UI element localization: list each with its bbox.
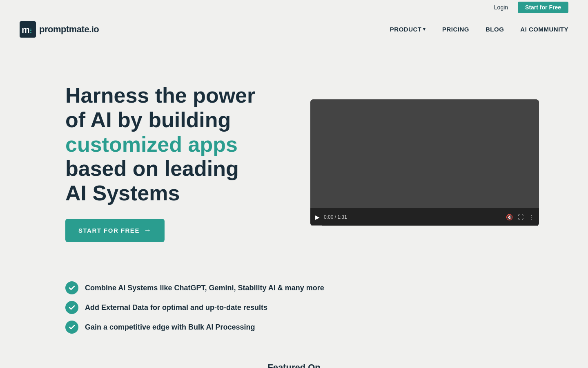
video-controls: ▶ 0:00 / 1:31 🔇 ⛶ ⋮: [310, 208, 539, 226]
checkmark-svg: [69, 285, 75, 291]
checkmark-svg-2: [69, 304, 75, 311]
logo-icon: m: [20, 21, 36, 38]
svg-rect-2: [30, 29, 31, 29]
hero-section: Harness the power of AI by building cust…: [0, 44, 588, 273]
nav-product-link[interactable]: PRODUCT ▾: [390, 26, 426, 33]
arrow-right-icon: →: [144, 226, 152, 235]
video-progress-fill: [310, 225, 322, 226]
nav-links: PRODUCT ▾ PRICING BLOG AI COMMUNITY: [390, 26, 568, 33]
check-icon-1: [65, 281, 78, 294]
svg-rect-3: [30, 30, 31, 31]
nav-community-link[interactable]: AI COMMUNITY: [520, 26, 568, 33]
hero-highlight: customized apps: [65, 132, 238, 156]
svg-rect-4: [30, 32, 31, 33]
features-list: Combine AI Systems like ChatGPT, Gemini,…: [0, 273, 588, 350]
featured-section: Featured On P FEATURED ON Product Hunt ▲…: [0, 350, 588, 368]
feature-item-2: Add External Data for optimal and up-to-…: [65, 301, 523, 314]
check-icon-2: [65, 301, 78, 314]
svg-text:m: m: [22, 25, 30, 35]
video-progress-bar[interactable]: [310, 225, 539, 226]
cta-start-free-button[interactable]: START FOR FREE →: [65, 219, 165, 242]
feature-text-3: Gain a competitive edge with Bulk AI Pro…: [85, 323, 255, 332]
video-player[interactable]: ▶ 0:00 / 1:31 🔇 ⛶ ⋮: [310, 99, 539, 226]
nav-pricing-link[interactable]: PRICING: [442, 26, 469, 33]
fullscreen-icon[interactable]: ⛶: [518, 214, 523, 220]
feature-item-1: Combine AI Systems like ChatGPT, Gemini,…: [65, 281, 523, 294]
feature-item-3: Gain a competitive edge with Bulk AI Pro…: [65, 321, 523, 334]
video-time: 0:00 / 1:31: [324, 214, 502, 220]
cta-label: START FOR FREE: [78, 227, 140, 234]
chevron-down-icon: ▾: [423, 27, 426, 32]
video-play-button[interactable]: ▶: [315, 214, 320, 220]
more-options-icon[interactable]: ⋮: [528, 214, 534, 220]
check-icon-3: [65, 321, 78, 334]
checkmark-svg-3: [69, 324, 75, 330]
nav-blog-link[interactable]: BLOG: [486, 26, 504, 33]
logo-text: promptmate.io: [39, 24, 99, 35]
hero-left: Harness the power of AI by building cust…: [65, 83, 261, 242]
feature-text-2: Add External Data for optimal and up-to-…: [85, 303, 267, 312]
feature-text-1: Combine AI Systems like ChatGPT, Gemini,…: [85, 284, 324, 292]
login-link[interactable]: Login: [494, 4, 508, 11]
hero-title: Harness the power of AI by building cust…: [65, 83, 261, 206]
start-free-top-button[interactable]: Start for Free: [518, 2, 568, 13]
video-frame: [310, 99, 539, 208]
top-bar: Login Start for Free: [0, 0, 588, 15]
featured-title: Featured On: [33, 362, 555, 368]
mute-icon[interactable]: 🔇: [506, 214, 513, 220]
video-action-icons: 🔇 ⛶ ⋮: [506, 214, 534, 220]
main-nav: m promptmate.io PRODUCT ▾ PRICING BLOG A…: [0, 15, 588, 44]
logo[interactable]: m promptmate.io: [20, 21, 99, 38]
